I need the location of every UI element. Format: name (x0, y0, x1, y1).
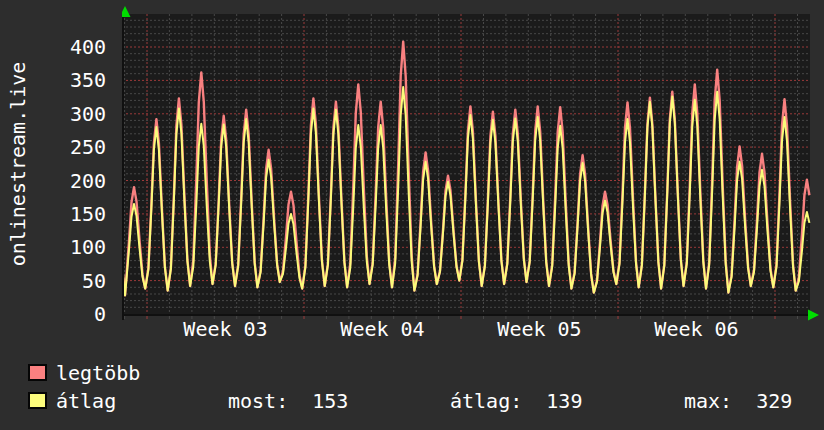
y-tick-label-250: 250 (0, 137, 106, 157)
legend-label-atlag: átlag (56, 391, 116, 411)
y-tick-label-400: 400 (0, 37, 106, 57)
vertical-axis-title: onlinestream.live (8, 62, 28, 267)
y-tick-label-300: 300 (0, 104, 106, 124)
legend-swatch-atlag (28, 392, 47, 409)
x-tick-label-week-6: Week 06 (637, 319, 757, 339)
x-tick-label-week-3: Week 03 (166, 319, 286, 339)
stat-most: most: 153 (228, 391, 348, 411)
x-tick-label-week-5: Week 05 (480, 319, 600, 339)
legend-swatch-legtobb (28, 364, 47, 381)
legend-label-legtobb: legtöbb (56, 363, 140, 383)
x-tick-label-week-4: Week 04 (323, 319, 443, 339)
y-axis-arrow-icon (122, 6, 131, 17)
plot-area (122, 4, 822, 324)
stat-atlag: átlag: 139 (450, 391, 582, 411)
y-tick-label-200: 200 (0, 171, 106, 191)
y-tick-label-50: 50 (0, 271, 106, 291)
y-tick-label-350: 350 (0, 70, 106, 90)
y-tick-label-150: 150 (0, 204, 106, 224)
x-axis-arrow-icon (808, 310, 819, 321)
stat-max: max: 329 (684, 391, 792, 411)
y-tick-label-100: 100 (0, 237, 106, 257)
y-tick-label-0: 0 (0, 304, 106, 324)
